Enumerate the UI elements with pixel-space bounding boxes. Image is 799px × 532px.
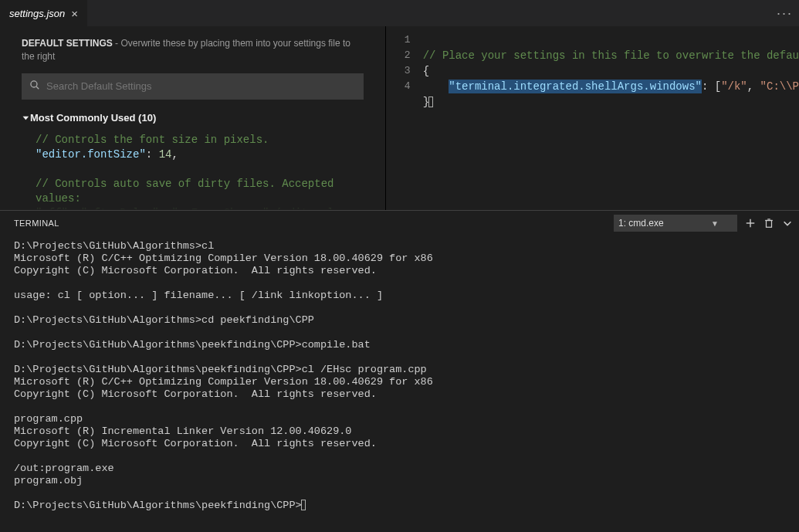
default-settings-code[interactable]: // Controls the font size in pixels. "ed… — [0, 130, 385, 210]
terminal-select-label: 1: cmd.exe — [618, 218, 664, 229]
tabs-container: settings.json × — [0, 0, 87, 26]
panel-tab-terminal[interactable]: TERMINAL — [14, 219, 59, 228]
section-label: Most Commonly Used (10) — [30, 112, 156, 124]
line-number: 1 — [386, 32, 411, 48]
search-icon — [29, 80, 40, 93]
code-value: 14 — [159, 148, 172, 161]
close-icon[interactable]: × — [71, 8, 78, 19]
text-cursor — [428, 97, 433, 107]
code-arg: "C:\\P — [760, 80, 799, 93]
panel-header: TERMINAL 1: cmd.exe ▼ — [0, 211, 799, 236]
code-comma: , — [747, 80, 760, 93]
tab-bar: settings.json × ··· — [0, 0, 799, 26]
line-number: 3 — [386, 63, 411, 79]
line-number: 4 — [386, 79, 411, 94]
editors-split: DEFAULT SETTINGS - Overwrite these by pl… — [0, 26, 799, 210]
svg-rect-4 — [767, 221, 772, 228]
svg-line-1 — [36, 86, 39, 89]
editor-actions-more-icon[interactable]: ··· — [770, 0, 799, 26]
code-arg: "/k" — [721, 80, 747, 93]
user-settings-editor[interactable]: 1 2 3 4 // Place your settings in this f… — [386, 26, 799, 210]
panel-toggle-icon[interactable] — [782, 218, 793, 229]
default-settings-header: DEFAULT SETTINGS - Overwrite these by pl… — [0, 26, 385, 72]
code-sep: : [ — [702, 80, 721, 93]
code-comment: // Place your settings in this file to o… — [423, 49, 799, 62]
code-comment: // Controls auto save of dirty files. Ac… — [36, 178, 333, 205]
section-most-commonly-used[interactable]: ▾Most Commonly Used (10) — [0, 106, 385, 130]
line-number: 2 — [386, 48, 411, 63]
terminal-panel: TERMINAL 1: cmd.exe ▼ D:\Projects\GitHub… — [0, 210, 799, 532]
tab-label: settings.json — [9, 8, 65, 19]
terminal-cursor — [301, 500, 306, 510]
default-settings-pane: DEFAULT SETTINGS - Overwrite these by pl… — [0, 26, 386, 210]
new-terminal-icon[interactable] — [745, 218, 756, 229]
code-key: "terminal.integrated.shellArgs.windows" — [449, 80, 702, 93]
search-input[interactable] — [46, 80, 356, 92]
svg-point-0 — [31, 81, 37, 87]
terminal-output[interactable]: D:\Projects\GitHub\Algorithms>cl Microso… — [0, 236, 799, 532]
panel-actions: 1: cmd.exe ▼ — [614, 215, 793, 232]
code-sep: : — [146, 148, 159, 161]
search-default-settings[interactable] — [22, 73, 364, 100]
tab-settings-json[interactable]: settings.json × — [0, 0, 87, 26]
code-brace: { — [423, 65, 429, 77]
chevron-down-icon: ▾ — [23, 114, 29, 121]
code-key: "editor.fontSize" — [36, 148, 146, 161]
code-comment: // Controls the font size in pixels. — [36, 134, 269, 146]
code-end: , — [171, 148, 178, 161]
kill-terminal-icon[interactable] — [763, 218, 774, 229]
line-number-gutter: 1 2 3 4 — [386, 26, 423, 210]
terminal-select[interactable]: 1: cmd.exe ▼ — [614, 215, 737, 232]
default-settings-title: DEFAULT SETTINGS — [22, 38, 113, 49]
code-area[interactable]: // Place your settings in this file to o… — [423, 26, 799, 210]
terminal-text: D:\Projects\GitHub\Algorithms>cl Microso… — [14, 240, 433, 511]
chevron-down-icon: ▼ — [711, 219, 719, 228]
